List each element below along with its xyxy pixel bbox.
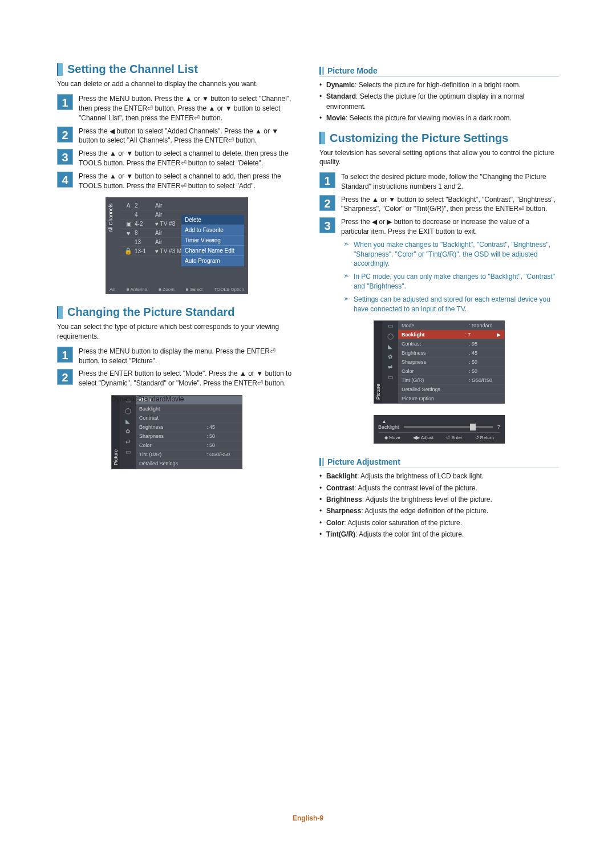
speaker-icon: ◣ (120, 416, 136, 426)
picture-adjustment-list: Backlight: Adjusts the brightness of LCD… (319, 472, 559, 539)
osd-channel-list: All Channels A2Air 4Air ▣4-2♥ TV #8 ♥8Ai… (106, 197, 248, 294)
step-text: Press the ◀ or ▶ button to decrease or i… (341, 217, 559, 237)
step-3: 3 Press the ▲ or ▼ button to select a ch… (57, 149, 297, 168)
menu-item: Channel Name Edit (181, 246, 244, 256)
step-num: 4 (57, 172, 73, 188)
arrow-icon: ➣ (343, 272, 349, 291)
step-num: 2 (57, 127, 73, 143)
step-text: Press the ▲ or ▼ button to select a chan… (79, 172, 297, 191)
heading-picture-adjustment: Picture Adjustment (319, 457, 559, 468)
h3-picture-adjustment: Picture Adjustment (327, 457, 400, 466)
intro-customizing: Your television has several setting opti… (319, 148, 559, 166)
osd-picture-settings: Picture ▭ ◯ ◣ ✿ ⇄ ▭ Mode: Standard Backl… (374, 320, 505, 404)
step-text: Press the ▲ or ▼ button to select "Backl… (341, 195, 559, 214)
step-num: 3 (57, 149, 73, 165)
step-text: Press the ▲ or ▼ button to select a chan… (79, 149, 297, 168)
arrow-right-icon: ▶ (497, 332, 501, 338)
heading-picture-mode: Picture Mode (319, 66, 559, 77)
heading-picture-standard: Changing the Picture Standard (57, 306, 297, 319)
intro-picture-standard: You can select the type of picture which… (57, 322, 297, 340)
input-icon: ⇄ (120, 437, 136, 447)
osd-context-menu: Delete Add to Favorite Timer Viewing Cha… (181, 215, 244, 266)
step-num: 1 (319, 172, 335, 188)
note: ➣ Settings can be adjusted and stored fo… (343, 295, 559, 314)
step-2: 2 Press the ENTER button to select "Mode… (57, 369, 297, 388)
h3-picture-mode: Picture Mode (327, 66, 378, 75)
note: ➣ When you make changes to "Backlight", … (343, 240, 559, 269)
note: ➣ In PC mode, you can only make changes … (343, 272, 559, 291)
arrow-up-icon: ▲ (378, 419, 500, 424)
step-2: 2 Press the ▲ or ▼ button to select "Bac… (319, 195, 559, 214)
step-1: 1 Press the MENU button. Press the ▲ or … (57, 94, 297, 123)
input-icon: ⇄ (382, 362, 398, 372)
step-num: 2 (319, 195, 335, 211)
circle-icon: ◯ (120, 406, 136, 416)
setup-icon: ▭ (120, 447, 136, 457)
slider-value: 7 (497, 424, 500, 430)
menu-item: Delete (181, 215, 244, 225)
arrow-icon: ➣ (343, 240, 349, 269)
step-text: To select the desired picture mode, foll… (341, 172, 559, 192)
osd-side-label: All Channels (108, 204, 114, 233)
arrow-icon: ➣ (343, 295, 349, 314)
setup-icon: ▭ (382, 372, 398, 383)
step-text: Press the MENU button to display the men… (79, 347, 297, 366)
step-text: Press the MENU button. Press the ▲ or ▼ … (79, 94, 297, 123)
monitor-icon: ▭ (382, 321, 398, 331)
step-text: Press the ◀ button to select "Added Chan… (79, 127, 297, 146)
step-num: 1 (57, 94, 73, 110)
osd-backlight-slider: ▲ Backlight 7 ◆ Move ◀▶ Adjust ⏎ Enter ↺… (374, 415, 505, 444)
step-num: 2 (57, 369, 73, 385)
h2-picture-standard: Changing the Picture Standard (67, 306, 234, 319)
osd-dropdown: Dynamic Standard Movie (111, 395, 242, 403)
menu-item: Add to Favorite (181, 225, 244, 235)
speaker-icon: ◣ (382, 342, 398, 352)
page-number: English-9 (0, 814, 616, 822)
step-1: 1 Press the MENU button to display the m… (57, 347, 297, 366)
step-4: 4 Press the ▲ or ▼ button to select a ch… (57, 172, 297, 191)
step-num: 3 (319, 217, 335, 233)
step-text: Press the ENTER button to select "Mode".… (79, 369, 297, 388)
step-1: 1 To select the desired picture mode, fo… (319, 172, 559, 192)
menu-item: Auto Program (181, 256, 244, 266)
gear-icon: ✿ (120, 426, 136, 437)
slider-label: Backlight (378, 424, 399, 430)
circle-icon: ◯ (382, 331, 398, 342)
step-2: 2 Press the ◀ button to select "Added Ch… (57, 127, 297, 146)
picture-mode-list: Dynamic: Selects the picture for high-de… (319, 80, 559, 124)
gear-icon: ✿ (382, 352, 398, 362)
h2-customizing: Customizing the Picture Settings (330, 132, 508, 145)
heading-customizing: Customizing the Picture Settings (319, 132, 559, 145)
step-num: 1 (57, 347, 73, 363)
heading-channel-list: Setting the Channel List (57, 63, 297, 76)
step-3: 3 Press the ◀ or ▶ button to decrease or… (319, 217, 559, 237)
intro-channel-list: You can delete or add a channel to displ… (57, 79, 297, 88)
h2-channel-list: Setting the Channel List (67, 63, 198, 76)
menu-item: Timer Viewing (181, 235, 244, 246)
osd-picture-mode: Picture ▭ ◯ ◣ ✿ ⇄ ▭ Mode Backlight Contr… (111, 395, 242, 469)
